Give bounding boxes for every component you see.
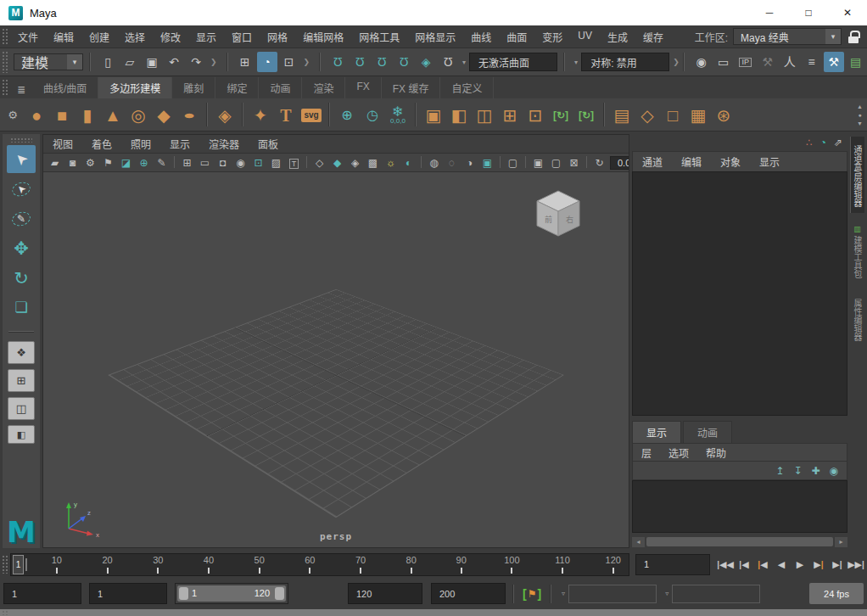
tool-settings-icon[interactable]: ⚒ — [824, 52, 844, 72]
layer-editor-tab[interactable]: 显示 — [632, 421, 681, 443]
bookmark-icon[interactable]: ⚑ — [99, 158, 117, 168]
checker-icon[interactable]: ▩ — [364, 158, 382, 168]
combine-icon[interactable]: ▣ — [421, 100, 446, 129]
character-set-combo[interactable] — [568, 585, 657, 603]
close-button[interactable]: ✕ — [828, 0, 867, 25]
snap-to-curve-icon[interactable]: Ω — [350, 52, 370, 72]
rotate-tool[interactable]: ↻ — [7, 264, 36, 292]
menu-item[interactable]: 编辑 — [46, 30, 81, 44]
separator[interactable] — [202, 100, 212, 129]
step-back-key-button[interactable]: | ◀ — [753, 554, 772, 574]
single-pane-layout-button[interactable]: ❖ — [8, 341, 35, 364]
menu-set-combo[interactable]: 建模 ▾ — [14, 53, 83, 70]
menu-item[interactable]: UV — [570, 30, 600, 44]
four-pane-layout-button[interactable]: ⊞ — [8, 369, 35, 392]
poly-cube-icon[interactable]: ■ — [49, 100, 75, 129]
time-slider[interactable]: 10 20 30 40 — [10, 553, 629, 576]
menu-item[interactable]: 显示 — [188, 30, 224, 44]
move-layer-up-icon[interactable]: ↥ — [775, 466, 784, 476]
channel-box-menu-item[interactable]: 编辑 — [672, 154, 711, 169]
menu-item[interactable]: 选择 — [117, 30, 153, 44]
current-frame-marker[interactable]: 1 — [13, 555, 24, 574]
viewport-canvas[interactable]: 前 右 y x z persp — [43, 172, 629, 547]
chevron-down-icon[interactable]: ▾ — [574, 59, 578, 66]
separator[interactable] — [303, 156, 310, 170]
exposure-value[interactable]: 0.00 — [610, 156, 629, 170]
character-set-button[interactable]: [ ⚑ ] — [523, 587, 541, 601]
separator[interactable] — [599, 100, 609, 129]
pan-zoom-icon[interactable]: ⊕ — [135, 158, 153, 168]
step-forward-key-button[interactable]: ▶ | — [809, 554, 828, 574]
poly-sphere-icon[interactable]: ● — [24, 100, 49, 129]
menu-item[interactable]: 网格显示 — [407, 30, 463, 44]
multi-cut-icon[interactable]: ▦ — [685, 100, 711, 129]
safe-action-icon[interactable]: ▨ — [267, 158, 285, 168]
outliner-persp-layout-button[interactable]: ◧ — [8, 425, 35, 444]
paint-select-tool[interactable]: ✎ — [7, 204, 36, 232]
poly-torus-icon[interactable]: ◎ — [126, 100, 151, 129]
chevron-down-icon[interactable]: ▾ — [462, 59, 466, 66]
scroll-left-icon[interactable]: ◂ — [632, 537, 645, 547]
extrude-icon[interactable]: ▤ — [609, 100, 635, 129]
panel-menu-item[interactable]: 显示 — [160, 137, 199, 151]
shelf-scroll-down-icon[interactable]: ▼ — [857, 120, 863, 126]
merge-icon[interactable]: ⊡ — [523, 100, 548, 129]
expander-icon[interactable]: ❯ — [673, 58, 680, 66]
refresh-icon[interactable]: ↻ — [590, 158, 608, 168]
motion-blur-icon[interactable]: ◌ — [443, 158, 461, 168]
character-controls-icon[interactable]: 人 — [780, 52, 800, 72]
snap-to-point-icon[interactable]: Ω — [372, 52, 392, 72]
display-layers-icon[interactable]: ▤ — [846, 52, 866, 72]
workspace-lock-icon[interactable] — [848, 31, 859, 43]
safe-title-icon[interactable]: T — [285, 158, 303, 168]
range-start-handle[interactable] — [179, 587, 188, 600]
undo-icon[interactable]: ↶ — [164, 52, 184, 72]
play-forward-button[interactable]: ▶ — [791, 554, 809, 574]
bridge-icon[interactable]: ◇ — [635, 100, 660, 129]
shelf-tab[interactable]: FX 缓存 — [382, 77, 441, 98]
render-view-icon[interactable]: ◉ — [691, 52, 712, 72]
ambient-occlusion-icon[interactable]: ◍ — [425, 158, 443, 168]
drag-handle[interactable] — [2, 51, 8, 73]
layer-editor-menu-item[interactable]: 层 — [633, 445, 660, 460]
fps-button[interactable]: 24 fps — [809, 583, 864, 604]
center-pivot-icon[interactable]: ⊕ — [334, 100, 360, 129]
select-tool[interactable]: ➤ — [7, 145, 36, 173]
range-end-handle[interactable] — [275, 587, 284, 600]
film-gate-icon[interactable]: ▭ — [196, 158, 214, 168]
shelf-gear-icon[interactable]: ⚙ — [2, 109, 24, 121]
multisample-icon[interactable]: ◑ — [461, 158, 478, 168]
tab-modeling-toolkit[interactable]: ▥ 建模工具包 — [850, 219, 864, 284]
delete-history-icon[interactable]: ◷ — [360, 100, 385, 129]
separator[interactable] — [522, 156, 529, 170]
tab-attribute-editor[interactable]: 属性编辑器 — [850, 290, 864, 347]
svg-tool-icon[interactable]: svg — [299, 100, 324, 129]
separator[interactable] — [238, 100, 248, 129]
shelf-tab[interactable]: 自定义 — [440, 77, 494, 98]
shelf-tab[interactable]: 动画 — [259, 77, 302, 98]
menu-item[interactable]: 曲线 — [463, 30, 499, 44]
platonic-solid-icon[interactable]: ◈ — [212, 100, 238, 129]
drag-handle[interactable] — [10, 137, 32, 143]
channel-box-menu-item[interactable]: 显示 — [750, 154, 789, 169]
anim-layer-combo[interactable] — [672, 585, 760, 603]
camera-lock-icon[interactable]: ◙ — [64, 158, 81, 168]
boolean-icon[interactable]: ⊞ — [497, 100, 523, 129]
menu-item[interactable]: 编辑网格 — [295, 30, 351, 44]
channel-box-menu-item[interactable]: 对象 — [711, 154, 750, 169]
shelf-scroll-up-icon[interactable]: ▲ — [857, 104, 863, 109]
select-by-object-icon[interactable]: ◔ — [257, 52, 277, 72]
channel-box-list[interactable] — [632, 171, 847, 416]
scroll-thumb[interactable] — [646, 537, 833, 546]
drag-handle[interactable] — [2, 610, 8, 615]
animation-start-field[interactable]: 1 — [3, 583, 81, 604]
field-chart-icon[interactable]: ⊡ — [249, 158, 267, 168]
chevron-down-icon[interactable]: ▿ — [665, 590, 668, 597]
shelf-tab[interactable]: 多边形建模 — [98, 77, 172, 98]
shelf-menu-icon[interactable]: ≣ — [10, 84, 32, 96]
camera-icon[interactable]: ▰ — [46, 158, 64, 168]
menu-item[interactable]: 曲面 — [499, 30, 534, 44]
poly-cylinder-icon[interactable]: ▮ — [75, 100, 100, 129]
shelf-tab[interactable]: 绑定 — [215, 77, 259, 98]
bake-transform-icon[interactable]: [↻] — [548, 100, 573, 129]
